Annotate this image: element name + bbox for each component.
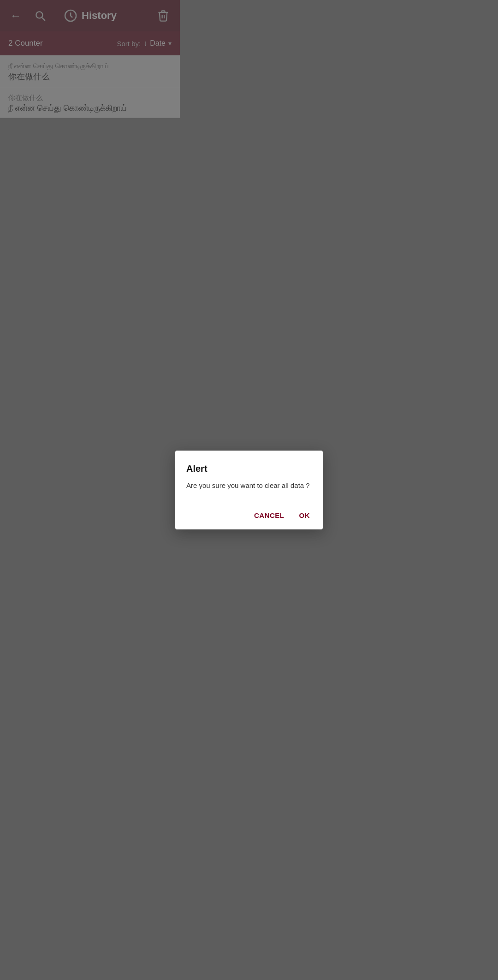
dialog-overlay: Alert Are you sure you want to clear all…: [0, 0, 180, 355]
